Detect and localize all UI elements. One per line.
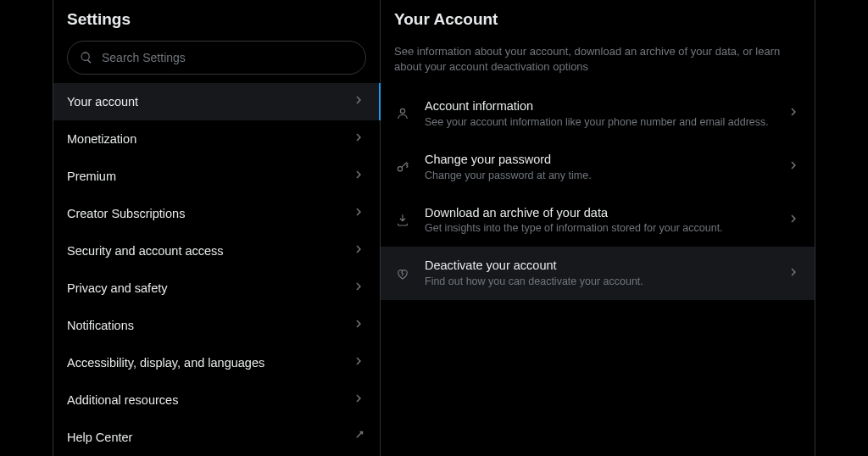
external-link-icon xyxy=(351,428,366,447)
option-subtitle: Get insights into the type of informatio… xyxy=(425,221,777,236)
settings-header: Settings xyxy=(53,0,380,36)
nav-item-help-center[interactable]: Help Center xyxy=(53,419,380,456)
nav-item-security-and-account-access[interactable]: Security and account access xyxy=(53,232,380,270)
nav-item-accessibility-display-and-languages[interactable]: Accessibility, display, and languages xyxy=(53,344,380,381)
chevron-right-icon xyxy=(351,316,366,335)
svg-point-1 xyxy=(398,167,402,171)
chevron-right-icon xyxy=(351,204,366,223)
option-subtitle: Change your password at any time. xyxy=(425,169,777,183)
option-text: Download an archive of your dataGet insi… xyxy=(425,205,777,236)
nav-item-label: Security and account access xyxy=(67,244,224,258)
nav-item-privacy-and-safety[interactable]: Privacy and safety xyxy=(53,270,380,307)
option-download-an-archive-of-your-data[interactable]: Download an archive of your dataGet insi… xyxy=(381,194,815,247)
option-title: Account information xyxy=(425,98,777,114)
option-text: Deactivate your accountFind out how you … xyxy=(425,258,777,289)
chevron-right-icon xyxy=(351,130,366,148)
option-deactivate-your-account[interactable]: Deactivate your accountFind out how you … xyxy=(381,247,815,300)
chevron-right-icon xyxy=(351,353,366,372)
key-icon xyxy=(394,158,411,175)
nav-item-label: Notifications xyxy=(67,319,134,332)
option-title: Deactivate your account xyxy=(425,258,777,274)
chevron-right-icon xyxy=(351,279,366,298)
chevron-right-icon xyxy=(351,92,366,111)
heartbreak-icon xyxy=(394,265,411,282)
option-text: Change your passwordChange your password… xyxy=(425,152,777,183)
settings-title: Settings xyxy=(67,10,366,29)
nav-item-monetization[interactable]: Monetization xyxy=(53,120,380,158)
account-header: Your Account xyxy=(381,0,815,36)
chevron-right-icon xyxy=(351,167,366,186)
nav-item-label: Help Center xyxy=(67,431,132,444)
settings-nav: Your accountMonetizationPremiumCreator S… xyxy=(53,83,380,456)
option-text: Account informationSee your account info… xyxy=(425,98,777,130)
settings-sidebar: Settings Your accountMonetizationPremium… xyxy=(53,0,381,456)
chevron-right-icon xyxy=(777,264,801,283)
chevron-right-icon xyxy=(351,242,366,260)
option-title: Change your password xyxy=(425,152,777,168)
option-change-your-password[interactable]: Change your passwordChange your password… xyxy=(381,141,815,194)
svg-point-0 xyxy=(400,109,404,114)
nav-item-notifications[interactable]: Notifications xyxy=(53,307,380,344)
nav-item-label: Additional resources xyxy=(67,393,178,407)
nav-item-creator-subscriptions[interactable]: Creator Subscriptions xyxy=(53,195,380,232)
chevron-right-icon xyxy=(777,211,801,230)
nav-item-label: Premium xyxy=(67,170,116,183)
search-icon xyxy=(80,51,93,64)
nav-item-label: Creator Subscriptions xyxy=(67,207,185,220)
option-title: Download an archive of your data xyxy=(425,205,777,221)
person-icon xyxy=(394,105,411,122)
nav-item-label: Monetization xyxy=(67,132,136,146)
download-icon xyxy=(394,212,411,229)
option-account-information[interactable]: Account informationSee your account info… xyxy=(381,87,815,141)
account-panel: Your Account See information about your … xyxy=(381,0,815,456)
chevron-right-icon xyxy=(777,104,801,123)
nav-item-label: Accessibility, display, and languages xyxy=(67,356,264,370)
nav-item-label: Privacy and safety xyxy=(67,281,167,295)
search-wrap xyxy=(53,36,380,83)
chevron-right-icon xyxy=(777,158,801,176)
option-subtitle: See your account information like your p… xyxy=(425,115,777,130)
option-subtitle: Find out how you can deactivate your acc… xyxy=(425,275,777,289)
account-option-list: Account informationSee your account info… xyxy=(381,87,815,300)
search-box[interactable] xyxy=(67,41,366,75)
account-title: Your Account xyxy=(394,10,801,29)
nav-item-additional-resources[interactable]: Additional resources xyxy=(53,381,380,419)
nav-item-your-account[interactable]: Your account xyxy=(53,83,380,120)
search-input[interactable] xyxy=(102,51,353,64)
nav-item-label: Your account xyxy=(67,95,138,108)
chevron-right-icon xyxy=(351,391,366,409)
account-description: See information about your account, down… xyxy=(381,36,815,87)
nav-item-premium[interactable]: Premium xyxy=(53,158,380,195)
